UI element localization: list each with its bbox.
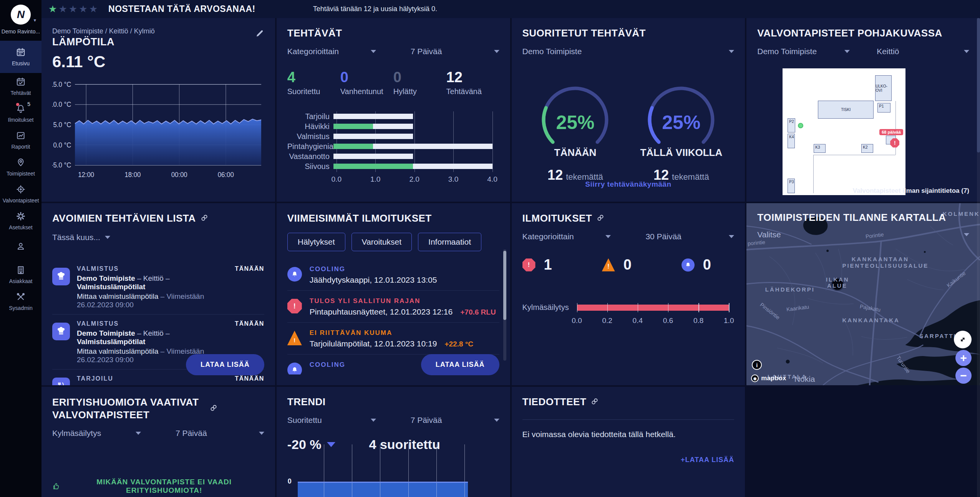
map-place-label: KANKAANTAKA — [842, 317, 899, 323]
link-icon[interactable] — [591, 396, 599, 408]
mapbox-logo[interactable]: ◉mapbox — [751, 374, 786, 382]
notification-item[interactable]: ! EI RIITTÄVÄN KUUMA Tarjoilulämpötilat,… — [287, 323, 499, 355]
notif-period-select[interactable]: 30 Päivää — [645, 232, 734, 241]
star-empty-icon[interactable]: ★ — [69, 4, 77, 14]
filter-warnings-button[interactable]: Varoitukset — [352, 233, 412, 251]
floorplan-caption[interactable]: Valvontapisteet ilman sijaintitietoa (7) — [853, 187, 969, 195]
tasks-category-select[interactable]: Kategorioittain — [287, 47, 376, 56]
sidebar-item-tehtavat[interactable]: Tehtävät — [0, 73, 41, 100]
trend-metric-select[interactable]: Suoritettu — [287, 416, 376, 425]
floorplan[interactable]: 68 päivää ! ULKO-OVITISKIP1P2K4K3K2P3 — [783, 68, 905, 195]
alarm-octagon-icon: ! — [287, 299, 302, 313]
notification-value: +22.8 °C — [444, 340, 473, 348]
sidebar-item-etusivu[interactable]: Etusivu — [0, 41, 41, 73]
attention-title: ERITYISHUOMIOTA VAATIVAT VALVONTAPISTEET — [52, 396, 201, 421]
task-category: TARJOILU — [77, 375, 228, 382]
map-zoom-in-button[interactable]: + — [955, 350, 972, 366]
link-icon[interactable] — [201, 212, 208, 224]
edit-icon[interactable] — [255, 29, 264, 40]
go-to-tasks-link[interactable]: Siirry tehtävänäkymään — [512, 180, 745, 189]
chevron-down-icon — [371, 419, 376, 422]
star-empty-icon[interactable]: ★ — [79, 4, 87, 14]
target-icon — [16, 184, 26, 195]
floorplan-card: VALVONTAPISTEET POHJAKUVASSA Demo Toimip… — [746, 18, 980, 202]
floorplan-room-select[interactable]: Keittiö — [877, 47, 969, 56]
warning-triangle-icon: ! — [287, 331, 302, 345]
sidebar-item-label: Tehtävät — [11, 90, 31, 96]
floorplan-box[interactable]: K3 — [814, 144, 826, 153]
sidebar-item-profile[interactable] — [0, 234, 41, 261]
page-scrollbar[interactable] — [977, 18, 980, 497]
notification-type: COOLING — [310, 361, 345, 369]
topbar: ★★★★★ NOSTETAAN TÄTÄ ARVOSANAA! Tehtäviä… — [41, 0, 980, 18]
notification-item[interactable]: COOLING Jäähdytyskaappi, 12.01.2023 13:0… — [287, 259, 499, 291]
filter-info-button[interactable]: Informaatiot — [418, 233, 481, 251]
sidebar-item-raportit[interactable]: Raportit — [0, 127, 41, 154]
overdue-badge[interactable]: 68 päivää — [879, 129, 903, 135]
star-empty-icon[interactable]: ★ — [89, 4, 98, 14]
sidebar-item-asetukset[interactable]: Asetukset — [0, 207, 41, 234]
monitoring-point-ok-dot[interactable] — [798, 123, 803, 128]
map-location-select[interactable]: Valitse — [757, 230, 969, 239]
link-icon[interactable] — [210, 402, 217, 415]
map-zoom-out-button[interactable]: − — [955, 368, 972, 384]
completed-location-select[interactable]: Demo Toimipiste — [522, 47, 735, 56]
temperature-value: 6.11 °C — [52, 53, 264, 71]
floorplan-box[interactable]: ULKO-OVI — [875, 75, 892, 101]
floorplan-box[interactable]: K2 — [861, 144, 873, 153]
load-more-button[interactable]: LATAA LISÄÄ — [186, 354, 264, 375]
trend-period-select[interactable]: 7 Päivää — [411, 416, 499, 425]
load-more-button[interactable]: LATAA LISÄÄ — [421, 354, 499, 375]
tasks-period-select[interactable]: 7 Päivää — [411, 47, 499, 56]
chevron-down-icon — [844, 50, 850, 53]
link-icon[interactable] — [597, 212, 604, 224]
chevron-down-icon — [605, 235, 611, 238]
floorplan-box[interactable]: P3 — [788, 179, 795, 193]
stat-label: Hylätty — [393, 87, 446, 96]
task-list-item[interactable]: VALMISTUS Demo Toimipiste – Keittiö – Va… — [52, 260, 264, 315]
chef-hat-icon — [52, 323, 70, 340]
bar-segment-open — [333, 114, 413, 119]
star-filled-icon[interactable]: ★ — [48, 4, 57, 14]
floorplan-location-select[interactable]: Demo Toimipiste — [757, 47, 850, 56]
gauge-week: 25% TÄLLÄ VIIKOLLA 12tekemättä — [639, 81, 723, 183]
filter-alarms-button[interactable]: Hälytykset — [287, 233, 345, 251]
trend-zero-label: 0 — [288, 477, 292, 485]
task-bar-category: Vastaanotto — [287, 152, 333, 161]
alert-marker-icon[interactable]: ! — [890, 138, 899, 147]
open-tasks-period-select[interactable]: Tässä kuus... — [52, 233, 110, 242]
rating-stars[interactable]: ★★★★★ — [48, 4, 98, 14]
org-switcher[interactable]: N ▾ — [11, 5, 31, 25]
sidebar-item-asiakkaat[interactable]: Asiakkaat — [0, 261, 41, 288]
sidebar-item-sysadmin[interactable]: Sysadmin — [0, 288, 41, 315]
notif-category-select[interactable]: Kategorioittain — [522, 232, 611, 241]
map-place-label: SARPATTI — [919, 333, 957, 339]
map-expand-button[interactable] — [954, 331, 972, 348]
star-empty-icon[interactable]: ★ — [58, 4, 67, 14]
sidebar-item-ilmoitukset[interactable]: 5 Ilmoitukset — [0, 100, 41, 127]
map-place-label: KOLMENKULM — [943, 210, 980, 217]
sidebar-item-toimipisteet[interactable]: Toimipisteet — [0, 154, 41, 181]
notif-bar-chart: Kylmäsäilytys — [522, 303, 735, 312]
bell-icon: 5 — [16, 104, 26, 115]
floorplan-box[interactable]: TISKI — [818, 101, 874, 119]
completed-tasks-title: SUORITETUT TEHTÄVÄT — [522, 27, 735, 39]
attention-category-select[interactable]: Kylmäsäilytys — [52, 429, 141, 438]
org-name: Demo Ravinto... — [2, 28, 40, 35]
task-bar-row: Hävikki — [287, 121, 499, 131]
attention-period-select[interactable]: 7 Päivää — [176, 429, 264, 438]
floorplan-box[interactable]: P1 — [877, 103, 890, 113]
temperature-chart: 15.0 °C10.0 °C5.0 °C0.0 °C-5.0 °C12:0018… — [52, 80, 264, 181]
svg-text:12:00: 12:00 — [78, 171, 94, 179]
list-scrollbar[interactable] — [503, 249, 506, 361]
task-bar-row: Siivous — [287, 161, 499, 171]
stat-suoritettu-value: 4 — [287, 69, 340, 86]
map-place-label: Nokia — [794, 374, 815, 384]
notification-item[interactable]: ! TULOS YLI SALLITUN RAJAN Pintapuhtausn… — [287, 291, 499, 323]
floorplan-box[interactable]: K4 — [788, 134, 795, 148]
load-more-link[interactable]: +LATAA LISÄÄ — [522, 456, 735, 464]
tools-icon — [16, 292, 26, 303]
temperature-card: Demo Toimipiste / Keittiö / Kylmiö LÄMPÖ… — [41, 18, 275, 202]
sidebar-item-valvontapisteet[interactable]: Valvontapisteet — [0, 181, 41, 207]
floorplan-box[interactable]: P2 — [788, 118, 795, 133]
